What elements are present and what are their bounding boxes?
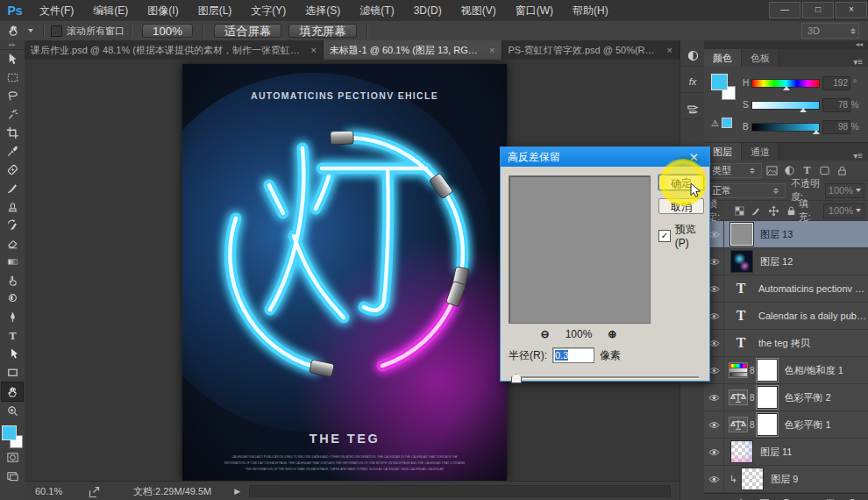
layer-name[interactable]: 色彩平衡 1 <box>785 418 831 432</box>
status-doc-info[interactable]: 文档:2.29M/49.5M <box>133 485 211 498</box>
brush-tool[interactable] <box>1 179 24 197</box>
filter-shape-layers-icon[interactable] <box>817 164 832 177</box>
slider-track-wrap[interactable] <box>751 77 818 89</box>
opacity-value[interactable]: 100% <box>825 183 864 198</box>
layer-visibility-toggle[interactable] <box>704 466 724 492</box>
radius-slider[interactable] <box>511 374 699 382</box>
workspace-dropdown[interactable]: 3D <box>801 23 859 39</box>
document-tab-2[interactable]: PS-霓虹灯管字效.psd @ 50%(RGB/...× <box>502 40 679 60</box>
slider-value[interactable]: 78 <box>822 98 850 112</box>
layer-row-9[interactable]: ↳图层 9 <box>704 466 868 493</box>
layer-name[interactable]: 色彩平衡 2 <box>785 391 831 404</box>
eraser-tool[interactable] <box>1 234 24 253</box>
layer-thumbnail[interactable] <box>741 468 764 490</box>
minimize-button[interactable]: — <box>769 2 800 18</box>
layer-name[interactable]: 图层 11 <box>760 446 792 459</box>
blend-mode-dropdown[interactable]: 正常 <box>708 183 786 198</box>
dialog-title-bar[interactable]: 高反差保留 ✕ <box>501 147 709 167</box>
dialog-preview-image[interactable] <box>509 175 651 324</box>
tab-close-icon[interactable]: × <box>667 45 672 55</box>
fill-screen-button[interactable]: 填充屏幕 <box>288 24 356 38</box>
layer-name[interactable]: Calendar is a daily public... <box>758 311 868 321</box>
layer-thumbnail[interactable] <box>730 223 753 246</box>
gamut-warning[interactable]: ⚠ <box>711 118 732 128</box>
maximize-button[interactable]: □ <box>802 2 834 18</box>
adjustment-layer-icon[interactable] <box>729 389 748 405</box>
document[interactable]: AUTOMATICINS PECTIONV EHICLE THE TEG CAL… <box>182 64 507 481</box>
adjustment-layer-icon[interactable] <box>729 362 748 378</box>
filter-adjustment-layers-icon[interactable] <box>782 164 797 177</box>
slider-track-wrap[interactable] <box>751 99 818 111</box>
layer-visibility-toggle[interactable] <box>704 439 724 465</box>
layer-name[interactable]: 图层 13 <box>760 228 793 241</box>
slider-track[interactable] <box>751 123 820 132</box>
add-mask-button[interactable] <box>758 496 772 500</box>
layer-name[interactable]: the teg 拷贝 <box>758 337 810 350</box>
lasso-tool[interactable] <box>1 87 24 105</box>
slider-track-wrap[interactable] <box>751 121 818 133</box>
tab-close-icon[interactable]: × <box>310 45 316 55</box>
slider-handle[interactable] <box>511 374 522 383</box>
layer-mask-thumbnail[interactable] <box>757 359 778 382</box>
history-tool[interactable] <box>1 216 24 234</box>
menubar-item-9[interactable]: 窗口(W) <box>506 4 563 17</box>
layer-name[interactable]: 图层 12 <box>760 255 793 268</box>
panel-menu-icon[interactable]: ▾≡ <box>848 57 868 67</box>
layer-row-8[interactable]: 图层 11 <box>704 439 868 466</box>
menubar-item-7[interactable]: 3D(D) <box>404 4 452 17</box>
layer-row-5[interactable]: 8色相/饱和度 1 <box>704 357 868 384</box>
high-pass-dialog[interactable]: 高反差保留 ✕ 确定 取消 ✓ 预览(P) ⊖ 100% ⊕ 半径(R): 0.… <box>500 146 710 382</box>
menubar-item-6[interactable]: 滤镜(T) <box>350 4 403 17</box>
healing-tool[interactable] <box>1 161 24 179</box>
layer-visibility-toggle[interactable] <box>704 411 724 438</box>
filter-pixel-layers-icon[interactable] <box>765 164 779 177</box>
layer-row-1[interactable]: 图层 12 <box>704 248 868 275</box>
menubar-item-10[interactable]: 帮助(H) <box>563 4 618 17</box>
cancel-button[interactable]: 取消 <box>658 198 704 214</box>
status-expand-icon[interactable]: ▶ <box>234 487 240 496</box>
document-tab-0[interactable]: 课后作业.psd @ 48.1% (根据本课提供的素材，制作一张霓虹灯字效每..… <box>25 40 324 60</box>
gamut-color-swatch[interactable] <box>722 118 732 128</box>
lock-all-icon[interactable] <box>784 204 799 218</box>
stamp-tool[interactable] <box>1 197 24 216</box>
document-tab-1[interactable]: 未标题-1 @ 60.1% (图层 13, RGB/8) *× <box>324 40 502 60</box>
menubar-item-5[interactable]: 选择(S) <box>295 4 350 17</box>
filter-type-layers-icon[interactable]: T <box>800 164 815 177</box>
wand-tool[interactable] <box>1 105 24 124</box>
menubar-item-1[interactable]: 编辑(E) <box>83 4 138 17</box>
tool-preset-dropdown-icon[interactable] <box>28 29 33 32</box>
zoom-tool[interactable] <box>1 402 24 420</box>
zoom-out-icon[interactable]: ⊖ <box>541 328 550 340</box>
new-adjustment-layer-button[interactable] <box>779 496 793 500</box>
layer-name[interactable]: Automaticins pectionv eh... <box>758 283 868 294</box>
menubar-item-4[interactable]: 文字(Y) <box>241 4 295 17</box>
shape-tool[interactable] <box>1 363 24 382</box>
lock-pixels-icon[interactable] <box>749 204 764 218</box>
panel-menu-icon[interactable]: ▾≡ <box>848 151 868 161</box>
new-group-button[interactable] <box>801 496 815 500</box>
new-layer-button[interactable] <box>823 496 837 500</box>
export-icon[interactable] <box>88 485 102 497</box>
collapse-panels-strip[interactable]: ◂◂ <box>704 40 868 49</box>
tab-swatches[interactable]: 色板 <box>742 49 779 67</box>
slider-handle[interactable] <box>783 86 790 90</box>
adjustments-panel-icon[interactable] <box>682 45 703 67</box>
crop-tool[interactable] <box>1 124 24 142</box>
screen-mode-button[interactable] <box>1 467 24 485</box>
layer-row-4[interactable]: Tthe teg 拷贝 <box>704 330 868 357</box>
menubar-item-8[interactable]: 视图(V) <box>452 4 506 17</box>
pen-tool[interactable] <box>1 308 24 326</box>
hand-tool-icon[interactable] <box>7 24 25 38</box>
preview-checkbox[interactable]: ✓ <box>658 230 671 242</box>
layer-row-2[interactable]: TAutomaticins pectionv eh... <box>704 275 868 303</box>
link-layers-button[interactable] <box>714 496 728 500</box>
quick-mask-button[interactable] <box>1 448 24 467</box>
delete-layer-button[interactable] <box>845 496 859 500</box>
styles-panel-icon[interactable]: fx <box>682 71 703 93</box>
hand-tool[interactable] <box>1 382 24 402</box>
filter-smart-objects-icon[interactable] <box>835 164 850 177</box>
gradient-tool[interactable] <box>1 253 24 271</box>
tab-close-icon[interactable]: × <box>489 45 494 55</box>
move-tool[interactable] <box>1 50 24 68</box>
dodge-tool[interactable] <box>1 289 24 308</box>
